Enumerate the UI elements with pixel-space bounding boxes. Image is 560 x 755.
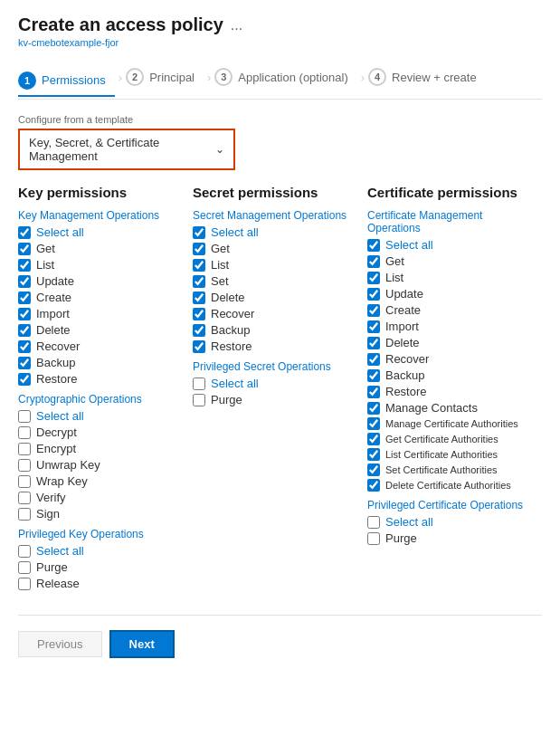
cert-set-ca-checkbox[interactable] bbox=[367, 464, 380, 476]
key-verify-checkbox[interactable] bbox=[18, 492, 31, 504]
step-application[interactable]: 3 Application (optional) bbox=[214, 62, 356, 91]
cert-list-ca-checkbox[interactable] bbox=[367, 448, 380, 461]
footer: Previous Next bbox=[18, 615, 542, 658]
key-select-all-checkbox[interactable] bbox=[18, 226, 31, 239]
key-delete-label: Delete bbox=[36, 323, 71, 337]
secret-purge-checkbox[interactable] bbox=[193, 394, 205, 406]
key-select-all-label[interactable]: Select all bbox=[36, 225, 84, 239]
secret-privileged-section-title: Privileged Secret Operations bbox=[193, 360, 353, 373]
key-decrypt-checkbox[interactable] bbox=[18, 426, 31, 439]
cert-select-all-label[interactable]: Select all bbox=[385, 238, 433, 252]
cert-priv-select-all-label[interactable]: Select all bbox=[385, 515, 433, 529]
key-get: Get bbox=[18, 242, 178, 255]
secret-mgmt-section: Secret Management Operations Select all … bbox=[193, 209, 353, 353]
key-purge-checkbox[interactable] bbox=[18, 561, 31, 574]
template-select-dropdown[interactable]: Key, Secret, & Certificate Management ⌄ bbox=[18, 129, 235, 170]
key-wrap: Wrap Key bbox=[18, 474, 178, 488]
secret-restore-checkbox[interactable] bbox=[193, 340, 205, 353]
key-restore-checkbox[interactable] bbox=[18, 373, 31, 386]
cert-delete: Delete bbox=[367, 336, 527, 349]
cert-create-checkbox[interactable] bbox=[367, 304, 380, 317]
secret-restore: Restore bbox=[193, 339, 353, 353]
secret-select-all-checkbox[interactable] bbox=[193, 226, 205, 239]
cert-delete-ca: Delete Certificate Authorities bbox=[367, 479, 527, 492]
key-unwrap-checkbox[interactable] bbox=[18, 459, 31, 472]
key-privileged-section: Privileged Key Operations Select all Pur… bbox=[18, 528, 178, 590]
cert-update-label: Update bbox=[385, 287, 423, 301]
key-release: Release bbox=[18, 577, 178, 590]
cert-recover-checkbox[interactable] bbox=[367, 353, 380, 366]
step-sep-3: › bbox=[357, 71, 368, 84]
key-list-checkbox[interactable] bbox=[18, 259, 31, 272]
cert-get-ca-label: Get Certificate Authorities bbox=[385, 434, 498, 444]
step-label-principal: Principal bbox=[149, 71, 195, 84]
key-create-checkbox[interactable] bbox=[18, 291, 31, 304]
key-priv-select-all-checkbox[interactable] bbox=[18, 545, 31, 558]
secret-get-checkbox[interactable] bbox=[193, 243, 205, 255]
key-wrap-checkbox[interactable] bbox=[18, 475, 31, 488]
template-section: Configure from a template Key, Secret, &… bbox=[18, 114, 542, 170]
cert-update-checkbox[interactable] bbox=[367, 288, 380, 301]
cert-delete-ca-checkbox[interactable] bbox=[367, 479, 380, 492]
cert-import: Import bbox=[367, 320, 527, 333]
secret-list: List bbox=[193, 258, 353, 272]
cert-purge-checkbox[interactable] bbox=[367, 532, 380, 545]
cert-get-ca-checkbox[interactable] bbox=[367, 433, 380, 445]
key-encrypt-checkbox[interactable] bbox=[18, 443, 31, 455]
key-recover-checkbox[interactable] bbox=[18, 340, 31, 353]
key-restore: Restore bbox=[18, 372, 178, 386]
key-sign-label: Sign bbox=[36, 507, 60, 521]
key-priv-select-all-label[interactable]: Select all bbox=[36, 544, 84, 558]
cert-select-all-checkbox[interactable] bbox=[367, 239, 380, 252]
secret-set-checkbox[interactable] bbox=[193, 275, 205, 288]
key-crypto-select-all-checkbox[interactable] bbox=[18, 410, 31, 423]
page-subtitle: kv-cmebotexample-fjor bbox=[18, 37, 542, 48]
secret-col-title: Secret permissions bbox=[193, 185, 353, 200]
cert-update: Update bbox=[367, 287, 527, 301]
cert-list-ca-label: List Certificate Authorities bbox=[385, 449, 498, 460]
secret-priv-select-all-checkbox[interactable] bbox=[193, 378, 205, 390]
cert-list-checkbox[interactable] bbox=[367, 272, 380, 284]
cert-get-checkbox[interactable] bbox=[367, 255, 380, 268]
secret-delete-checkbox[interactable] bbox=[193, 291, 205, 304]
key-wrap-label: Wrap Key bbox=[36, 474, 88, 488]
step-principal[interactable]: 2 Principal bbox=[126, 62, 204, 91]
key-delete-checkbox[interactable] bbox=[18, 324, 31, 337]
key-import-checkbox[interactable] bbox=[18, 308, 31, 320]
key-crypto-section-title: Cryptographic Operations bbox=[18, 393, 178, 406]
secret-mgmt-section-title: Secret Management Operations bbox=[193, 209, 353, 222]
step-permissions[interactable]: 1 Permissions bbox=[18, 66, 115, 97]
key-backup: Backup bbox=[18, 356, 178, 369]
key-crypto-select-all-label[interactable]: Select all bbox=[36, 409, 84, 423]
cert-backup-checkbox[interactable] bbox=[367, 369, 380, 382]
secret-permissions-col: Secret permissions Secret Management Ope… bbox=[193, 185, 367, 593]
key-list-label: List bbox=[36, 258, 54, 272]
secret-delete: Delete bbox=[193, 291, 353, 304]
secret-backup-checkbox[interactable] bbox=[193, 324, 205, 337]
secret-set-label: Set bbox=[211, 274, 229, 288]
cert-manage-contacts-checkbox[interactable] bbox=[367, 402, 380, 415]
cert-delete-checkbox[interactable] bbox=[367, 337, 380, 349]
secret-priv-select-all-label[interactable]: Select all bbox=[211, 377, 259, 390]
secret-list-checkbox[interactable] bbox=[193, 259, 205, 272]
step-review[interactable]: 4 Review + create bbox=[368, 62, 486, 91]
previous-button[interactable]: Previous bbox=[18, 631, 102, 657]
key-release-label: Release bbox=[36, 577, 80, 590]
next-button[interactable]: Next bbox=[109, 630, 175, 658]
cert-restore-checkbox[interactable] bbox=[367, 386, 380, 398]
key-release-checkbox[interactable] bbox=[18, 578, 31, 590]
cert-import-checkbox[interactable] bbox=[367, 320, 380, 333]
secret-backup: Backup bbox=[193, 323, 353, 337]
key-encrypt: Encrypt bbox=[18, 442, 178, 455]
cert-manage-ca-checkbox[interactable] bbox=[367, 417, 380, 430]
key-backup-checkbox[interactable] bbox=[18, 357, 31, 369]
cert-priv-select-all-checkbox[interactable] bbox=[367, 516, 380, 529]
key-list: List bbox=[18, 258, 178, 272]
secret-select-all-label[interactable]: Select all bbox=[211, 225, 259, 239]
secret-recover-checkbox[interactable] bbox=[193, 308, 205, 320]
step-label-permissions: Permissions bbox=[42, 73, 106, 87]
ellipsis-menu[interactable]: ... bbox=[231, 17, 242, 33]
key-update-checkbox[interactable] bbox=[18, 275, 31, 288]
key-get-checkbox[interactable] bbox=[18, 243, 31, 255]
key-sign-checkbox[interactable] bbox=[18, 508, 31, 521]
